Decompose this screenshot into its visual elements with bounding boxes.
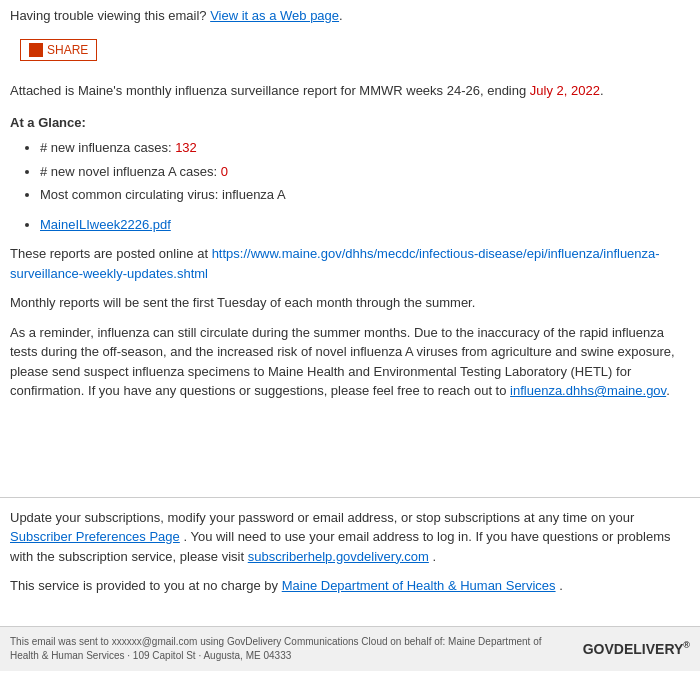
reminder-text: As a reminder, influenza can still circu…: [10, 323, 690, 401]
bullet-circulating-text: Most common circulating virus: influenza…: [40, 187, 286, 202]
footer-bottom: This email was sent to xxxxxx@gmail.com …: [0, 626, 700, 671]
bullet-new-cases-value: 132: [175, 140, 197, 155]
govdelivery-label: GOVDELIVERY: [583, 641, 684, 657]
share-button[interactable]: SHARE: [20, 39, 97, 61]
footer-period: .: [432, 549, 436, 564]
view-web-link[interactable]: View it as a Web page: [210, 8, 339, 23]
footer-service-period: .: [559, 578, 563, 593]
spacer: [10, 411, 690, 471]
top-bar: Having trouble viewing this email? View …: [0, 0, 700, 31]
bullet-novel-cases: # new novel influenza A cases: 0: [40, 162, 690, 182]
email-link[interactable]: influenza.dhhs@maine.gov: [510, 383, 666, 398]
govdelivery-sup: ®: [683, 640, 690, 650]
bullet-new-cases-text: # new influenza cases:: [40, 140, 175, 155]
govdelivery-logo: GOVDELIVERY®: [583, 640, 690, 657]
monthly-text: Monthly reports will be sent the first T…: [10, 293, 690, 313]
footer-bottom-text: This email was sent to xxxxxx@gmail.com …: [10, 635, 570, 663]
help-link[interactable]: subscriberhelp.govdelivery.com: [248, 549, 429, 564]
bullet-novel-cases-value: 0: [221, 164, 228, 179]
intro-date: July 2, 2022: [530, 83, 600, 98]
footer-service-text: This service is provided to you at no ch…: [10, 576, 690, 596]
pdf-list-item: MaineILIweek2226.pdf: [40, 215, 690, 235]
subscriber-preferences-link[interactable]: Subscriber Preferences Page: [10, 529, 180, 544]
online-text-prefix: These reports are posted online at: [10, 246, 212, 261]
footer-service-prefix: This service is provided to you at no ch…: [10, 578, 278, 593]
bullet-new-cases: # new influenza cases: 132: [40, 138, 690, 158]
intro-paragraph: Attached is Maine's monthly influenza su…: [10, 81, 690, 101]
trouble-text: Having trouble viewing this email?: [10, 8, 207, 23]
footer-update-text: Update your subscriptions, modify your p…: [10, 508, 690, 567]
reminder-period: .: [666, 383, 670, 398]
at-glance-label: At a Glance:: [10, 113, 690, 133]
dept-link[interactable]: Maine Department of Health & Human Servi…: [282, 578, 556, 593]
share-label: SHARE: [47, 43, 88, 57]
share-icon: [29, 43, 43, 57]
pdf-link[interactable]: MaineILIweek2226.pdf: [40, 217, 171, 232]
bullet-list: # new influenza cases: 132 # new novel i…: [40, 138, 690, 205]
pdf-list: MaineILIweek2226.pdf: [40, 215, 690, 235]
online-text: These reports are posted online at https…: [10, 244, 690, 283]
share-button-container: SHARE: [0, 31, 700, 75]
footer-update-prefix: Update your subscriptions, modify your p…: [10, 510, 634, 525]
divider: [0, 497, 700, 498]
bullet-circulating: Most common circulating virus: influenza…: [40, 185, 690, 205]
bullet-novel-cases-text: # new novel influenza A cases:: [40, 164, 221, 179]
intro-text-after: .: [600, 83, 604, 98]
footer-main: Update your subscriptions, modify your p…: [0, 508, 700, 616]
main-content: Attached is Maine's monthly influenza su…: [0, 75, 700, 481]
intro-text-before: Attached is Maine's monthly influenza su…: [10, 83, 530, 98]
